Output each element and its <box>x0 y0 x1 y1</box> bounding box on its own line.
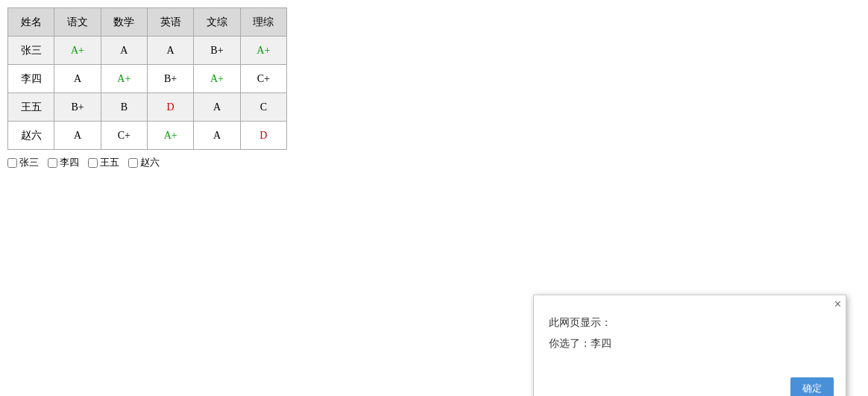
dialog-message: 你选了：李四 <box>549 337 831 351</box>
dialog-title: 此网页显示： <box>549 316 831 330</box>
dialog-footer: 确定 <box>534 377 846 396</box>
dialog-close-button[interactable]: × <box>834 298 841 310</box>
dialog-box: × 此网页显示： 你选了：李四 确定 <box>533 295 846 396</box>
dialog-body: 此网页显示： 你选了：李四 <box>534 310 846 377</box>
dialog-header: × <box>534 295 846 310</box>
dialog-confirm-button[interactable]: 确定 <box>790 377 834 396</box>
dialog-overlay: × 此网页显示： 你选了：李四 确定 <box>0 0 868 396</box>
